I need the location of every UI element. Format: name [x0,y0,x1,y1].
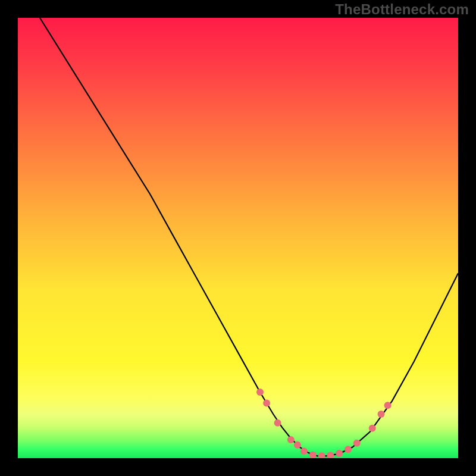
curve-line [40,18,458,456]
data-point [309,452,317,458]
data-point [287,436,295,443]
data-point [263,400,270,407]
bottleneck-curve [18,18,458,458]
data-point [384,402,392,409]
data-point [274,419,281,427]
data-point [256,389,264,396]
data-point [294,441,301,449]
chart-container: TheBottleneck.com [0,0,476,476]
data-point [378,411,385,418]
data-point [318,452,325,458]
data-points-group [256,389,392,458]
plot-area [18,18,458,458]
data-point [327,452,334,458]
data-point [369,425,376,432]
data-point [336,450,343,457]
watermark-text: TheBottleneck.com [335,1,469,18]
data-point [300,447,308,455]
data-point [345,446,352,453]
data-point [353,440,361,447]
